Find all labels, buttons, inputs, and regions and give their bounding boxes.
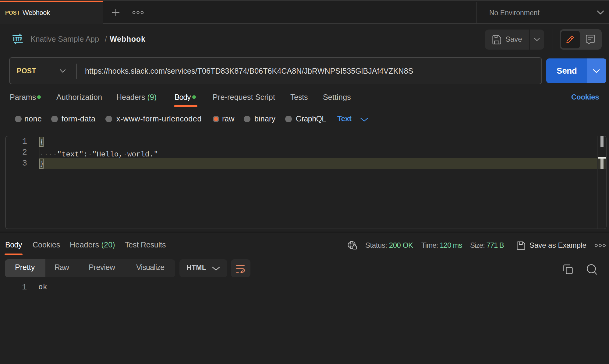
svg-text:HTTP: HTTP: [13, 37, 22, 42]
